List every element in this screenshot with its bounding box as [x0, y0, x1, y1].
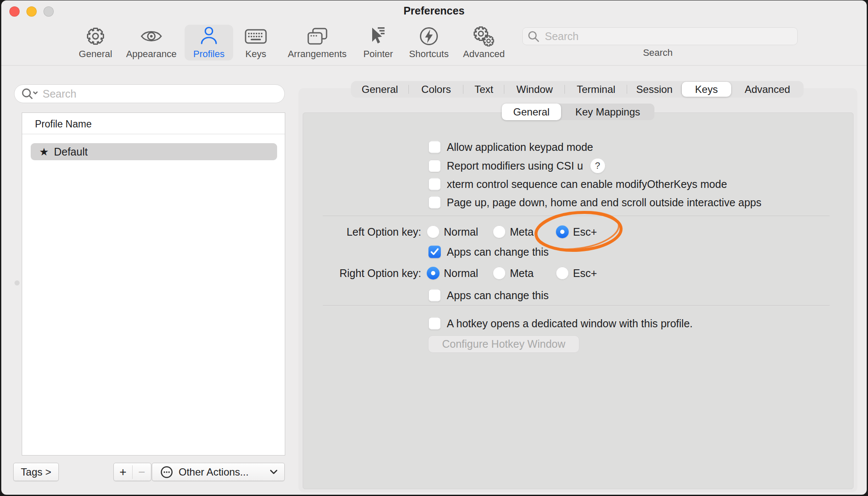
chevron-down-icon [270, 469, 278, 475]
add-remove-group: + − [113, 463, 151, 481]
checkbox-left-apps-change[interactable] [428, 246, 441, 258]
toolbar-search [522, 27, 798, 45]
preferences-window: Preferences General Appearance Profiles [1, 0, 867, 495]
profile-search [14, 84, 285, 103]
tab-terminal[interactable]: Terminal [565, 81, 627, 98]
toolbar-search-input[interactable] [522, 27, 798, 45]
tab-advanced[interactable]: Advanced [731, 81, 804, 98]
radio-left-normal[interactable] [427, 225, 440, 238]
close-button[interactable] [9, 6, 20, 17]
toolbar-item-shortcuts[interactable]: Shortcuts [397, 25, 461, 60]
remove-profile-button[interactable]: − [133, 465, 151, 479]
tab-colors[interactable]: Colors [409, 81, 463, 98]
add-profile-button[interactable]: + [114, 465, 133, 479]
row-csi-u: Report modifiers using CSI u ? [428, 158, 605, 173]
checkbox-modify-other-keys[interactable] [428, 178, 441, 190]
right-option-label: Right Option key: [300, 267, 421, 280]
other-actions-label: Other Actions... [179, 466, 249, 478]
toolbar-divider [1, 65, 867, 66]
left-option-label: Left Option key: [300, 226, 421, 238]
row-modify-other-keys: xterm control sequence can enable modify… [428, 178, 727, 190]
gears-icon [452, 25, 516, 48]
checkbox-hotkey[interactable] [428, 317, 441, 330]
toolbar-item-appearance[interactable]: Appearance [119, 25, 183, 60]
separator [323, 216, 830, 216]
row-hotkey: A hotkey opens a dedicated window with t… [428, 317, 693, 330]
zoom-button[interactable] [43, 6, 54, 17]
bolt-circle-icon [397, 25, 461, 48]
profile-tab-bar: General Colors Text Window Terminal Sess… [351, 81, 804, 98]
gear-icon [64, 25, 127, 48]
checkbox-csi-u[interactable] [428, 160, 441, 172]
separator [323, 305, 830, 306]
profile-search-input[interactable] [14, 84, 285, 103]
window-title: Preferences [403, 5, 464, 17]
checkbox-keypad-mode[interactable] [428, 141, 441, 153]
search-icon [527, 30, 540, 43]
tab-general[interactable]: General [351, 81, 409, 98]
windows-icon [285, 25, 349, 48]
tab-text[interactable]: Text [463, 81, 504, 98]
profile-name: Default [54, 146, 87, 158]
list-header-divider [22, 134, 285, 134]
left-option-esc[interactable]: Esc+ [556, 225, 597, 238]
radio-right-esc[interactable] [556, 267, 569, 280]
configure-hotkey-window-button[interactable]: Configure Hotkey Window [428, 335, 579, 353]
right-option-normal[interactable]: Normal [427, 267, 478, 280]
other-actions-dropdown[interactable]: Other Actions... [152, 463, 285, 481]
keyboard-icon [224, 25, 288, 48]
star-icon: ★ [39, 146, 49, 158]
left-option-meta[interactable]: Meta [493, 225, 534, 238]
profile-row-default[interactable]: ★ Default [31, 143, 277, 160]
toolbar-item-keys[interactable]: Keys [224, 25, 288, 60]
subtab-general[interactable]: General [502, 104, 561, 120]
row-page-scroll: Page up, page down, home and end scroll … [428, 196, 761, 209]
keys-subtab-bar: General Key Mappings [502, 104, 654, 120]
checkbox-page-scroll[interactable] [428, 196, 441, 209]
toolbar-item-advanced[interactable]: Advanced [452, 25, 516, 60]
profile-list-header: Profile Name [35, 118, 92, 130]
eye-icon [119, 25, 183, 48]
radio-left-meta[interactable] [493, 225, 506, 238]
help-button[interactable]: ? [590, 158, 605, 173]
tab-keys[interactable]: Keys [682, 82, 731, 97]
row-left-apps-change: Apps can change this [428, 246, 549, 258]
search-menu-icon [21, 88, 40, 101]
check-icon [430, 248, 439, 256]
minimize-button[interactable] [26, 6, 37, 17]
ellipsis-circle-icon [160, 465, 174, 479]
window-edge-dot [14, 280, 20, 285]
tags-button[interactable]: Tags > [13, 463, 59, 481]
checkbox-right-apps-change[interactable] [428, 289, 441, 302]
profile-list: Profile Name ★ Default [22, 112, 285, 456]
toolbar-search-label: Search [643, 47, 673, 58]
left-option-normal[interactable]: Normal [427, 225, 478, 238]
screen: Preferences General Appearance Profiles [0, 0, 868, 496]
toolbar-item-arrangements[interactable]: Arrangements [285, 25, 349, 60]
row-right-apps-change: Apps can change this [428, 289, 549, 302]
radio-left-esc[interactable] [556, 225, 569, 238]
right-option-esc[interactable]: Esc+ [556, 267, 597, 280]
radio-right-meta[interactable] [493, 267, 506, 280]
row-keypad-mode: Allow application keypad mode [428, 141, 593, 153]
tab-session[interactable]: Session [627, 81, 682, 98]
toolbar-item-general[interactable]: General [64, 25, 127, 60]
radio-right-normal[interactable] [427, 267, 440, 280]
subtab-key-mappings[interactable]: Key Mappings [561, 104, 654, 120]
tab-window[interactable]: Window [504, 81, 565, 98]
right-option-meta[interactable]: Meta [493, 267, 534, 280]
